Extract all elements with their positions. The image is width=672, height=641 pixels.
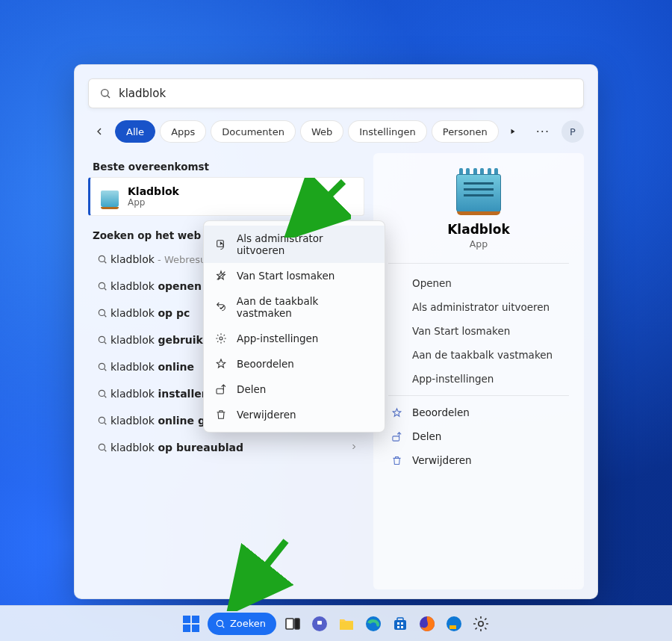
preview-title: Kladblok — [447, 222, 510, 237]
context-menu-item[interactable]: Beoordelen — [204, 351, 385, 377]
edge-canary-button[interactable] — [444, 613, 464, 634]
menu-item-icon — [214, 301, 228, 313]
search-icon — [94, 388, 111, 399]
preview-action[interactable]: Als administrator uitvoeren — [388, 295, 569, 319]
svg-point-17 — [99, 444, 105, 450]
edge-button[interactable] — [363, 613, 384, 634]
menu-item-icon — [214, 270, 228, 282]
start-button[interactable] — [181, 613, 202, 634]
notepad-icon — [455, 168, 503, 213]
search-icon — [94, 335, 111, 345]
svg-line-16 — [105, 423, 107, 425]
context-menu: Als administrator uitvoerenVan Start los… — [203, 220, 385, 433]
preview-action[interactable]: Verwijderen — [388, 448, 569, 472]
preview-secondary-actions: BeoordelenDelenVerwijderen — [388, 400, 569, 472]
file-explorer-button[interactable] — [336, 613, 357, 634]
gear-icon — [472, 615, 490, 633]
svg-rect-32 — [295, 619, 299, 629]
annotation-arrow — [226, 536, 293, 611]
svg-rect-19 — [392, 436, 399, 440]
preview-pane: Kladblok App OpenenAls administrator uit… — [373, 153, 584, 589]
preview-action[interactable]: Van Start losmaken — [388, 319, 569, 343]
search-icon — [99, 87, 111, 99]
context-menu-item[interactable]: Delen — [204, 377, 385, 402]
task-view-icon — [284, 615, 302, 633]
user-avatar[interactable]: P — [561, 120, 584, 143]
svg-point-5 — [99, 282, 105, 288]
settings-button[interactable] — [470, 613, 491, 634]
svg-rect-24 — [217, 388, 223, 394]
context-menu-item[interactable]: Verwijderen — [204, 402, 385, 427]
svg-rect-39 — [397, 622, 399, 625]
svg-line-12 — [105, 369, 107, 371]
svg-line-10 — [105, 342, 107, 344]
taskbar-search-label: Zoeken — [230, 618, 266, 629]
svg-rect-37 — [394, 620, 406, 630]
menu-item-label: Beoordelen — [237, 358, 294, 370]
search-input[interactable] — [119, 87, 573, 100]
context-menu-item[interactable]: App-instellingen — [204, 326, 385, 351]
firefox-button[interactable] — [417, 613, 438, 634]
search-box[interactable] — [88, 78, 584, 108]
options-button[interactable]: ··· — [532, 125, 554, 139]
action-icon — [390, 455, 403, 466]
context-menu-item[interactable]: Aan de taakbalk vastmaken — [204, 288, 385, 326]
svg-point-0 — [102, 90, 108, 96]
filter-web[interactable]: Web — [300, 120, 343, 143]
folder-icon — [337, 615, 355, 633]
preview-action[interactable]: Aan de taakbalk vastmaken — [388, 343, 569, 367]
store-icon — [391, 615, 409, 633]
preview-action[interactable]: Openen — [388, 271, 569, 295]
menu-item-icon — [214, 238, 228, 250]
filter-people[interactable]: Personen — [432, 120, 499, 143]
action-label: Beoordelen — [412, 406, 470, 418]
task-view-button[interactable] — [282, 613, 303, 634]
divider — [388, 395, 569, 396]
filter-documents[interactable]: Documenten — [211, 120, 296, 143]
search-icon — [215, 619, 225, 629]
svg-point-46 — [479, 621, 483, 625]
preview-primary-actions: OpenenAls administrator uitvoerenVan Sta… — [388, 271, 569, 391]
preview-subtitle: App — [470, 238, 488, 250]
best-match-title: Kladblok — [128, 185, 179, 197]
preview-action[interactable]: Beoordelen — [388, 400, 569, 424]
taskbar-search-button[interactable]: Zoeken — [208, 613, 276, 635]
store-button[interactable] — [390, 613, 411, 634]
context-menu-item[interactable]: Van Start losmaken — [204, 263, 385, 288]
search-icon — [94, 362, 111, 372]
best-match-subtitle: App — [128, 197, 179, 208]
action-label: Als administrator uitvoeren — [412, 301, 550, 313]
svg-point-29 — [217, 620, 223, 626]
back-button[interactable] — [88, 120, 111, 143]
action-icon — [390, 431, 403, 442]
preview-action[interactable]: App-instellingen — [388, 367, 569, 391]
menu-item-label: Verwijderen — [237, 409, 296, 421]
action-label: Aan de taakbalk vastmaken — [412, 349, 553, 361]
svg-rect-38 — [397, 618, 403, 621]
menu-item-label: Van Start losmaken — [237, 270, 335, 282]
web-result[interactable]: kladblok op bureaublad — [88, 434, 364, 461]
firefox-icon — [418, 615, 436, 633]
svg-line-28 — [238, 541, 286, 601]
svg-point-7 — [99, 309, 105, 315]
edge-icon — [364, 615, 382, 633]
filter-settings[interactable]: Instellingen — [348, 120, 427, 143]
filter-apps[interactable]: Apps — [160, 120, 206, 143]
svg-line-1 — [108, 96, 110, 98]
chat-button[interactable] — [309, 613, 330, 634]
filters-more[interactable] — [503, 122, 523, 141]
filter-bar: Alle Apps Documenten Web Instellingen Pe… — [88, 120, 584, 143]
filter-all[interactable]: Alle — [115, 120, 155, 143]
chat-icon — [311, 615, 329, 633]
svg-rect-41 — [397, 626, 399, 628]
section-best-match-title: Beste overeenkomst — [93, 161, 364, 173]
menu-item-icon — [214, 383, 228, 395]
preview-action[interactable]: Delen — [388, 424, 569, 448]
svg-line-8 — [105, 315, 107, 318]
svg-line-6 — [105, 288, 107, 291]
menu-item-icon — [214, 332, 228, 344]
svg-point-15 — [99, 417, 105, 423]
svg-rect-40 — [401, 622, 403, 625]
taskbar: Zoeken — [0, 605, 672, 641]
action-label: Openen — [412, 277, 452, 289]
